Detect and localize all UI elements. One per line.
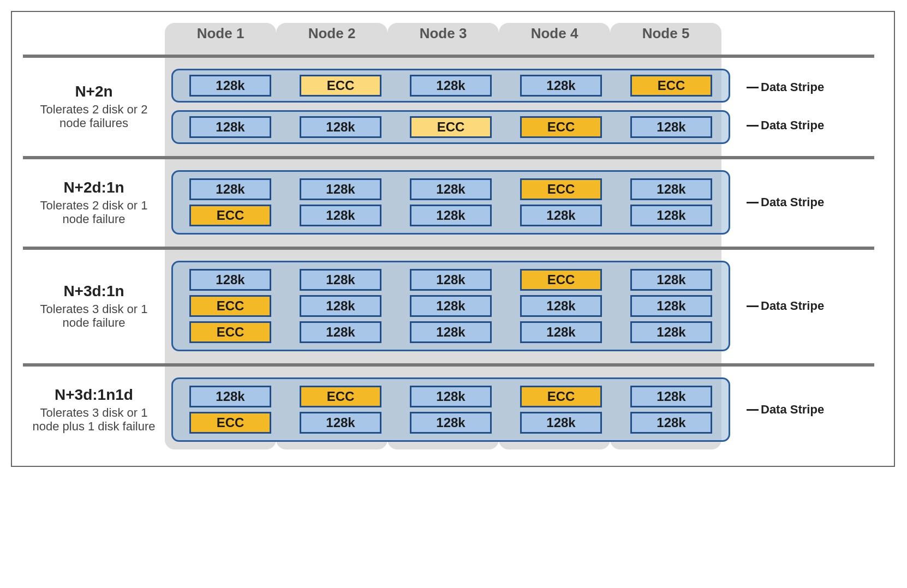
data-block: 128k <box>520 321 602 343</box>
data-block: 128k <box>300 321 381 343</box>
data-block: 128k <box>410 178 492 200</box>
stripe-cell: 128k <box>175 269 285 291</box>
stripe-cell: 128k <box>616 178 726 200</box>
stripe-cell: 128k <box>285 116 396 138</box>
stripe-cell: 128k <box>285 178 396 200</box>
diagram-content: Node 1 Node 2 Node 3 Node 4 Node 5 N+2nT… <box>23 23 879 449</box>
scheme-title: N+2n <box>26 83 162 100</box>
data-block: 128k <box>520 295 602 317</box>
diagram: Node 1 Node 2 Node 3 Node 4 Node 5 N+2nT… <box>23 23 879 449</box>
data-block: 128k <box>410 75 492 97</box>
stripe-cell: 128k <box>396 205 506 226</box>
scheme-label: N+3d:1n1dTolerates 3 disk or 1 node plus… <box>23 386 165 434</box>
protection-scheme-section: N+2nTolerates 2 disk or 2 node failures1… <box>23 62 879 152</box>
ecc-block: ECC <box>189 205 271 226</box>
data-stripe-label: Data Stripe <box>747 72 842 103</box>
data-block: 128k <box>410 412 492 434</box>
scheme-title: N+3d:1n <box>26 283 162 300</box>
divider <box>23 156 874 159</box>
stripe-cell: 128k <box>506 412 616 434</box>
stripe-row: ECC128k128k128k128k <box>173 293 729 319</box>
data-block: 128k <box>630 321 712 343</box>
data-stripe: 128k128k128kECC128kECC128k128k128k128k <box>171 170 730 235</box>
scheme-label: N+2nTolerates 2 disk or 2 node failures <box>23 83 165 130</box>
data-stripe-label: Data Stripe <box>747 187 842 218</box>
ecc-block: ECC <box>410 116 492 138</box>
divider <box>23 55 874 58</box>
stripe-cell: 128k <box>616 295 726 317</box>
data-block: 128k <box>520 75 602 97</box>
stripe-cell: 128k <box>506 295 616 317</box>
stripe-cell: 128k <box>285 412 396 434</box>
stripe-cell: 128k <box>175 75 285 97</box>
data-block: 128k <box>189 269 271 291</box>
stripe-cell: 128k <box>396 269 506 291</box>
node-header: Node 2 <box>276 23 387 42</box>
scheme-description: Tolerates 2 disk or 1 node failure <box>26 199 162 226</box>
stripe-cell: 128k <box>396 75 506 97</box>
data-block: 128k <box>300 269 381 291</box>
stripes-container: 128k128k128kECC128kECC128k128k128k128k <box>165 170 743 235</box>
ecc-block: ECC <box>520 116 602 138</box>
stripe-cell: ECC <box>285 386 396 407</box>
stripe-cell: ECC <box>506 269 616 291</box>
data-block: 128k <box>189 386 271 407</box>
ecc-block: ECC <box>520 178 602 200</box>
node-header: Node 1 <box>165 23 276 42</box>
data-block: 128k <box>410 321 492 343</box>
stripe-cell: ECC <box>506 386 616 407</box>
protection-scheme-section: N+3d:1n1dTolerates 3 disk or 1 node plus… <box>23 371 879 449</box>
divider <box>23 247 874 250</box>
stripe-callout-column: Data Stripe <box>743 394 842 425</box>
data-block: 128k <box>630 178 712 200</box>
scheme-title: N+2d:1n <box>26 179 162 196</box>
data-block: 128k <box>410 205 492 226</box>
stripe-cell: ECC <box>396 116 506 138</box>
stripe-cell: 128k <box>175 386 285 407</box>
node-header: Node 3 <box>387 23 499 42</box>
stripe-row: ECC128k128k128k128k <box>173 319 729 345</box>
stripe-cell: 128k <box>285 205 396 226</box>
data-block: 128k <box>630 412 712 434</box>
ecc-block: ECC <box>189 412 271 434</box>
stripe-cell: 128k <box>506 75 616 97</box>
stripe-cell: 128k <box>396 321 506 343</box>
stripe-row: 128k128k128kECC128k <box>173 267 729 293</box>
stripe-cell: 128k <box>175 116 285 138</box>
stripe-callout-column: Data Stripe <box>743 291 842 321</box>
stripe-cell: 128k <box>616 412 726 434</box>
data-block: 128k <box>300 205 381 226</box>
stripe-cell: 128k <box>285 295 396 317</box>
stripe-cell: 128k <box>396 295 506 317</box>
data-stripe: 128k128k128kECC128kECC128k128k128k128kEC… <box>171 261 730 351</box>
scheme-title: N+3d:1n1d <box>26 386 162 404</box>
ecc-block: ECC <box>520 269 602 291</box>
stripe-cell: 128k <box>506 205 616 226</box>
stripe-cell: 128k <box>506 321 616 343</box>
stripe-cell: 128k <box>616 269 726 291</box>
stripe-cell: 128k <box>616 321 726 343</box>
data-block: 128k <box>300 178 381 200</box>
divider <box>23 363 874 367</box>
data-block: 128k <box>630 269 712 291</box>
data-block: 128k <box>189 178 271 200</box>
stripe-cell: ECC <box>175 412 285 434</box>
stripe-cell: 128k <box>616 205 726 226</box>
stripe-cell: 128k <box>175 178 285 200</box>
data-block: 128k <box>410 295 492 317</box>
ecc-block: ECC <box>189 295 271 317</box>
node-header: Node 4 <box>499 23 610 42</box>
stripe-cell: ECC <box>506 116 616 138</box>
stripe-cell: ECC <box>285 75 396 97</box>
data-stripe-label: Data Stripe <box>747 110 842 141</box>
ecc-block: ECC <box>520 386 602 407</box>
scheme-label: N+3d:1nTolerates 3 disk or 1 node failur… <box>23 283 165 330</box>
stripe-cell: 128k <box>616 386 726 407</box>
protection-scheme-section: N+3d:1nTolerates 3 disk or 1 node failur… <box>23 254 879 359</box>
ecc-block: ECC <box>189 321 271 343</box>
ecc-block: ECC <box>300 75 381 97</box>
data-block: 128k <box>189 75 271 97</box>
data-stripe: 128k128kECCECC128k <box>171 110 730 144</box>
data-stripe-label: Data Stripe <box>747 291 842 321</box>
stripe-cell: 128k <box>396 386 506 407</box>
